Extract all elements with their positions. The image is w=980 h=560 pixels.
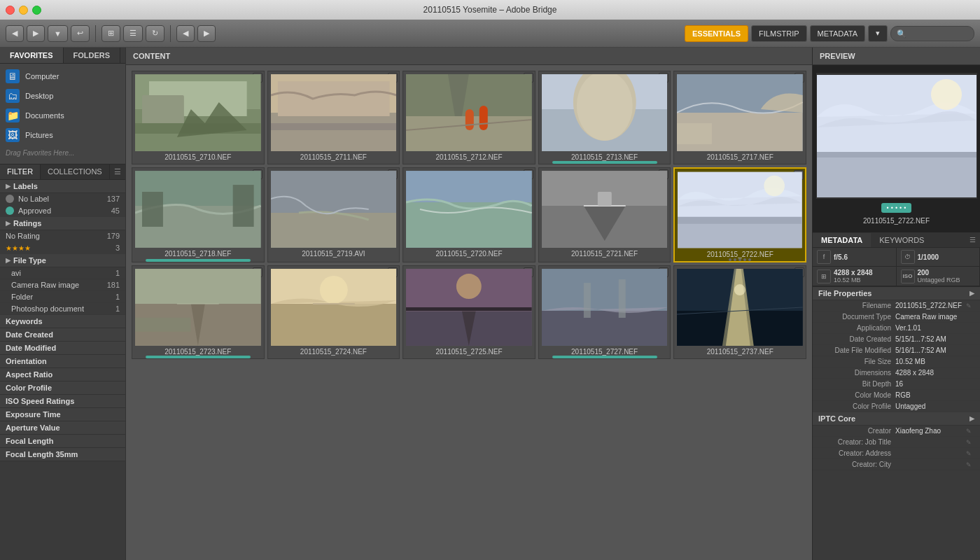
thumb-2724[interactable]: ↗ 20110515_2724.NEF — [267, 265, 400, 359]
focal-length-header[interactable]: Focal Length — [0, 435, 125, 448]
dropdown-button[interactable]: ▼ — [48, 25, 68, 42]
iptc-section[interactable]: IPTC Core ▶ — [813, 412, 980, 426]
color-profile-header[interactable]: Color Profile — [0, 382, 125, 395]
filter-panel: ▶ Labels No Label 137 Approved 45 ▶ Rati… — [0, 180, 125, 560]
pictures-icon: 🖼 — [6, 128, 20, 142]
thumb-2710[interactable]: ↗ 20110515_2710.NEF — [132, 71, 265, 164]
tab-favorites[interactable]: FAVORITES — [0, 48, 64, 63]
preview-dots: • • • • • — [881, 203, 912, 213]
labels-header[interactable]: ▶ Labels — [0, 180, 125, 193]
thumb-label-2725: 20110515_2725.NEF — [406, 348, 532, 356]
date-modified-header[interactable]: Date Modified — [0, 342, 125, 355]
thumb-2718[interactable]: ↗ 20110515_2718.NEF — [132, 167, 265, 262]
doctype-value: Camera Raw image — [895, 313, 966, 321]
creator-edit-icon[interactable]: ✎ — [966, 428, 974, 435]
ratings-arrow: ▶ — [6, 220, 10, 227]
filter-folder[interactable]: Folder 1 — [0, 291, 125, 303]
refresh-button[interactable]: ↻ — [146, 25, 164, 42]
workspace-filmstrip[interactable]: FILMSTRIP — [751, 25, 806, 42]
fav-item-desktop[interactable]: 🗂 Desktop — [0, 86, 125, 106]
fav-item-computer[interactable]: 🖥 Computer — [0, 66, 125, 86]
thumb-img-2719 — [271, 171, 397, 248]
return-button[interactable]: ↩ — [71, 25, 90, 42]
close-button[interactable] — [6, 6, 15, 15]
thumb-2711[interactable]: ↗ 20110515_2711.NEF — [267, 71, 400, 164]
stack-button[interactable]: ☰ — [123, 25, 143, 42]
meta-colormode-row: Color Mode RGB — [813, 390, 980, 401]
thumb-2721[interactable]: ↗ 20110515_2721.NEF — [538, 167, 671, 262]
workspace-more[interactable]: ▾ — [868, 25, 888, 42]
minimize-button[interactable] — [19, 6, 28, 15]
thumb-2713[interactable]: ↗ 20110515_2713.NEF — [538, 71, 671, 164]
filter-approved[interactable]: Approved 45 — [0, 205, 125, 217]
forward-button[interactable]: ▶ — [27, 25, 45, 42]
thumb-label-2723: 20110515_2723.NEF — [135, 348, 261, 356]
tab-collections[interactable]: COLLECTIONS — [41, 164, 110, 179]
ratings-header[interactable]: ▶ Ratings — [0, 217, 125, 230]
filter-no-label[interactable]: No Label 137 — [0, 193, 125, 205]
tab-folders[interactable]: FOLDERS — [64, 48, 121, 63]
next-button[interactable]: ▶ — [197, 25, 216, 42]
focal-35-header[interactable]: Focal Length 35mm — [0, 448, 125, 461]
tab-filter[interactable]: FILTER — [0, 164, 41, 179]
meta-options-button[interactable]: ☰ — [965, 233, 980, 247]
jobtitle-edit-icon[interactable]: ✎ — [966, 439, 974, 446]
search-input[interactable] — [890, 26, 974, 41]
fav-item-pictures[interactable]: 🖼 Pictures — [0, 125, 125, 145]
svg-rect-61 — [584, 283, 591, 318]
filetype-header[interactable]: ▶ File Type — [0, 254, 125, 267]
thumb-2717[interactable]: ↗ 20110515_2717.NEF — [673, 71, 806, 164]
filter-no-rating[interactable]: No Rating 179 — [0, 230, 125, 242]
preview-rating-bar: • • • • • — [881, 203, 912, 213]
orientation-header[interactable]: Orientation — [0, 355, 125, 368]
workspace-metadata[interactable]: METADATA — [810, 25, 865, 42]
thumb-2712[interactable]: ↗ 20110515_2712.NEF — [402, 71, 536, 164]
prev-button[interactable]: ◀ — [176, 25, 195, 42]
colorprofile-label: Color Profile — [818, 402, 895, 410]
toolbar-right: ESSENTIALS FILMSTRIP METADATA ▾ — [685, 25, 974, 42]
filter-camera-raw[interactable]: Camera Raw image 181 — [0, 279, 125, 291]
avi-text: avi — [11, 269, 21, 277]
filetype-arrow: ▶ — [6, 257, 10, 264]
fav-item-documents[interactable]: 📁 Documents — [0, 106, 125, 125]
date-created-header[interactable]: Date Created — [0, 328, 125, 342]
svg-rect-33 — [406, 171, 532, 202]
file-properties-label: File Properties — [818, 289, 872, 298]
tab-metadata[interactable]: METADATA — [813, 233, 871, 247]
filter-photoshop[interactable]: Photoshop document 1 — [0, 303, 125, 315]
meta-aperture: f f/5.6 — [813, 248, 897, 267]
svg-point-42 — [764, 176, 785, 197]
maximize-button[interactable] — [32, 6, 41, 15]
city-edit-icon[interactable]: ✎ — [966, 461, 974, 468]
iso-speed-header[interactable]: ISO Speed Ratings — [0, 395, 125, 408]
exposure-header[interactable]: Exposure Time — [0, 408, 125, 421]
aspect-ratio-header[interactable]: Aspect Ratio — [0, 368, 125, 382]
fav-label-desktop: Desktop — [25, 92, 53, 100]
filter-avi[interactable]: avi 1 — [0, 267, 125, 279]
file-properties-section[interactable]: File Properties ▶ — [813, 287, 980, 300]
filename-edit-icon[interactable]: ✎ — [966, 302, 974, 309]
filter-options[interactable]: ☰ — [110, 164, 125, 179]
thumb-img-2711 — [271, 74, 397, 151]
filter-three-stars[interactable]: ★★★★ 3 — [0, 242, 125, 254]
aperture-header[interactable]: Aperture Value — [0, 421, 125, 435]
thumb-2719[interactable]: ↗ 20110515_2719.AVI — [267, 167, 400, 262]
tab-keywords[interactable]: KEYWORDS — [871, 233, 932, 247]
address-edit-icon[interactable]: ✎ — [966, 450, 974, 457]
thumb-label-2717: 20110515_2717.NEF — [677, 153, 803, 161]
thumb-2723[interactable]: ↗ 20110515_2723.NEF — [132, 265, 265, 359]
camera-button[interactable]: ⊞ — [102, 25, 120, 42]
workspace-essentials[interactable]: ESSENTIALS — [685, 25, 748, 42]
svg-rect-8 — [278, 81, 390, 116]
thumb-2725[interactable]: ↗ 20110515_2725.NEF — [402, 265, 536, 359]
thumb-2727[interactable]: ↗ 20110515_2727.NEF — [538, 265, 671, 359]
thumb-2737[interactable]: ↗ 20110515_2737.NEF — [673, 265, 806, 359]
thumb-2720[interactable]: ↗ 20110515_2720.NEF — [402, 167, 536, 262]
no-rating-text: No Rating — [6, 232, 40, 240]
keywords-header[interactable]: Keywords — [0, 315, 125, 328]
back-button[interactable]: ◀ — [6, 25, 24, 42]
dimensions-val: 4288 x 2848 10.52 MB — [834, 269, 873, 284]
approved-count: 45 — [111, 206, 120, 215]
thumb-2722[interactable]: ↗ — [673, 167, 806, 262]
thumb-img-2712 — [406, 74, 532, 151]
